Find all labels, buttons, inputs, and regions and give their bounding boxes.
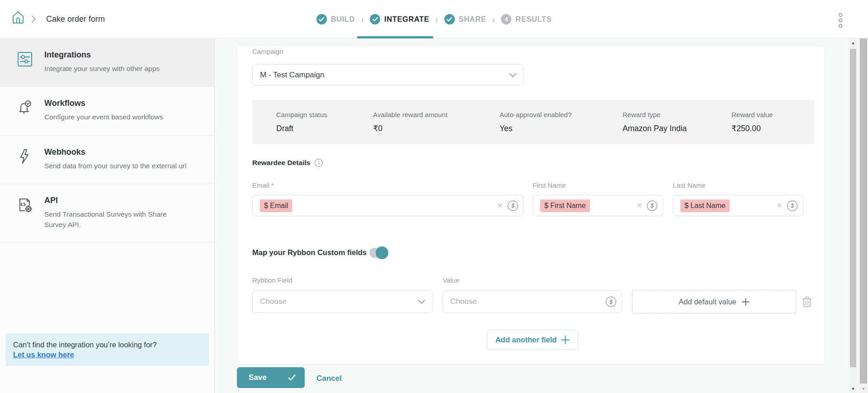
sidebar-item-description: Send data from your survey to the extern… xyxy=(44,161,186,171)
sidebar-item-description: Configure your event based workflows xyxy=(44,112,163,122)
kebab-dot xyxy=(839,19,842,22)
rybbon-field-select[interactable]: Choose xyxy=(252,290,433,313)
email-field[interactable]: $ Email ✕ $ xyxy=(252,195,524,216)
toggle-knob xyxy=(376,246,388,259)
step-separator-chevron-icon: › xyxy=(361,14,363,24)
variable-picker-icon[interactable]: $ xyxy=(647,200,657,211)
content-scrollbar[interactable]: ▲ ▼ xyxy=(849,39,858,393)
step-nav: BUILD › INTEGRATE › SHARE › 4 RESULTS xyxy=(0,0,868,38)
summary-value: Yes xyxy=(500,124,623,133)
summary-available-reward: Available reward amount ₹0 xyxy=(373,111,500,144)
sidebar-item-api[interactable]: API Send Transactional Surveys with Shar… xyxy=(0,184,214,243)
summary-label: Reward type xyxy=(623,111,731,118)
campaign-selected-value: M - Test Campaign xyxy=(260,71,324,80)
scroll-down-arrow-icon[interactable]: ▼ xyxy=(851,385,855,393)
scrollbar-thumb[interactable] xyxy=(860,9,867,384)
window-scrollbar[interactable]: ▲ ▼ xyxy=(859,0,868,393)
step-results[interactable]: 4 RESULTS xyxy=(501,14,552,24)
sidebar-item-webhooks[interactable]: Webhooks Send data from your survey to t… xyxy=(0,136,214,184)
cancel-button[interactable]: Cancel xyxy=(312,372,346,385)
variable-picker-icon[interactable]: $ xyxy=(606,297,616,307)
kebab-menu-button[interactable] xyxy=(834,11,847,30)
email-label: Email * xyxy=(252,181,274,189)
last-name-field[interactable]: $ Last Name ✕ $ xyxy=(673,195,803,216)
step-build[interactable]: BUILD xyxy=(316,14,355,24)
active-step-underline xyxy=(357,36,433,38)
save-button[interactable]: Save xyxy=(237,367,305,388)
custom-fields-toggle-label: Map your Rybbon Custom fields xyxy=(252,248,367,257)
chevron-down-icon xyxy=(418,298,425,306)
rybbon-field-placeholder: Choose xyxy=(260,297,287,306)
integrations-sidebar: Integrations Integrate your survey with … xyxy=(0,38,215,393)
sidebar-item-integrations[interactable]: Integrations Integrate your survey with … xyxy=(0,38,214,87)
breadcrumb-survey-title: Cake order form xyxy=(46,10,105,28)
first-name-field[interactable]: $ First Name ✕ $ xyxy=(533,195,663,216)
home-button[interactable] xyxy=(9,9,27,28)
check-circle-icon xyxy=(444,14,455,24)
value-label: Value xyxy=(443,276,459,284)
summary-label: Available reward amount xyxy=(373,111,500,118)
let-us-know-link[interactable]: Let us know here xyxy=(13,350,74,359)
delete-row-button[interactable] xyxy=(802,296,813,307)
scrollbar-track[interactable] xyxy=(849,47,858,385)
clear-icon[interactable]: ✕ xyxy=(777,202,783,209)
first-name-label: First Name xyxy=(533,181,566,189)
summary-value: ₹250.00 xyxy=(731,124,773,133)
sidebar-item-workflows[interactable]: Workflows Configure your event based wor… xyxy=(0,87,214,135)
check-icon xyxy=(288,374,296,381)
variable-picker-icon[interactable]: $ xyxy=(508,200,518,211)
last-name-variable-chip[interactable]: $ Last Name xyxy=(680,199,730,212)
add-default-value-label: Add default value xyxy=(679,298,736,306)
step-label: INTEGRATE xyxy=(384,15,429,24)
email-variable-chip[interactable]: $ Email xyxy=(260,199,292,212)
sliders-icon xyxy=(17,50,34,74)
app-window: Cake order form BUILD › INTEGRATE › xyxy=(0,0,868,393)
summary-reward-type: Reward type Amazon Pay India xyxy=(623,111,731,144)
step-number-circle: 4 xyxy=(501,14,511,24)
trash-icon xyxy=(802,296,812,307)
summary-label: Reward value xyxy=(731,111,773,118)
summary-label: Auto-approval enabled? xyxy=(500,111,623,118)
code-doc-gear-icon xyxy=(17,196,34,230)
summary-value: ₹0 xyxy=(373,124,500,133)
save-button-label: Save xyxy=(249,373,267,382)
add-default-value-button[interactable]: Add default value xyxy=(632,290,796,313)
step-share[interactable]: SHARE xyxy=(444,14,486,24)
sidebar-item-title: Integrations xyxy=(44,50,160,60)
scroll-up-arrow-icon[interactable]: ▲ xyxy=(851,39,855,47)
kebab-dot xyxy=(839,13,842,17)
step-label: BUILD xyxy=(331,15,355,24)
sidebar-item-description: Send Transactional Surveys with Share Su… xyxy=(44,209,189,230)
scrollbar-thumb[interactable] xyxy=(850,49,856,367)
add-another-field-button[interactable]: Add another field xyxy=(487,330,578,350)
step-integrate[interactable]: INTEGRATE xyxy=(370,14,429,24)
last-name-label: Last Name xyxy=(673,181,706,189)
campaign-select[interactable]: M - Test Campaign xyxy=(252,64,524,85)
chevron-down-icon xyxy=(509,71,516,79)
sidebar-item-title: API xyxy=(44,196,189,205)
breadcrumb-chevron-icon xyxy=(32,10,41,28)
kebab-dot xyxy=(839,24,842,28)
home-icon xyxy=(11,10,25,27)
notice-text: Can't find the integration you’re lookin… xyxy=(13,339,201,350)
summary-campaign-status: Campaign status Draft xyxy=(276,111,373,144)
summary-value: Draft xyxy=(276,124,373,133)
summary-reward-value: Reward value ₹250.00 xyxy=(731,111,773,144)
scrollbar-track[interactable] xyxy=(859,8,868,385)
campaign-label: Campaign xyxy=(252,47,283,55)
sidebar-item-title: Workflows xyxy=(44,99,163,108)
summary-auto-approval: Auto-approval enabled? Yes xyxy=(500,111,623,144)
value-field[interactable]: Choose $ xyxy=(443,290,622,313)
campaign-summary-strip: Campaign status Draft Available reward a… xyxy=(252,100,814,144)
plus-icon xyxy=(561,336,570,344)
step-label: RESULTS xyxy=(515,15,552,24)
clear-icon[interactable]: ✕ xyxy=(497,202,503,209)
first-name-variable-chip[interactable]: $ First Name xyxy=(540,199,590,212)
top-header: Cake order form BUILD › INTEGRATE › xyxy=(0,0,868,38)
summary-label: Campaign status xyxy=(276,111,373,118)
variable-picker-icon[interactable]: $ xyxy=(787,200,797,211)
info-icon[interactable]: i xyxy=(315,159,323,167)
clear-icon[interactable]: ✕ xyxy=(637,202,642,209)
custom-fields-toggle[interactable] xyxy=(369,248,387,258)
scroll-down-arrow-icon[interactable]: ▼ xyxy=(862,385,866,393)
